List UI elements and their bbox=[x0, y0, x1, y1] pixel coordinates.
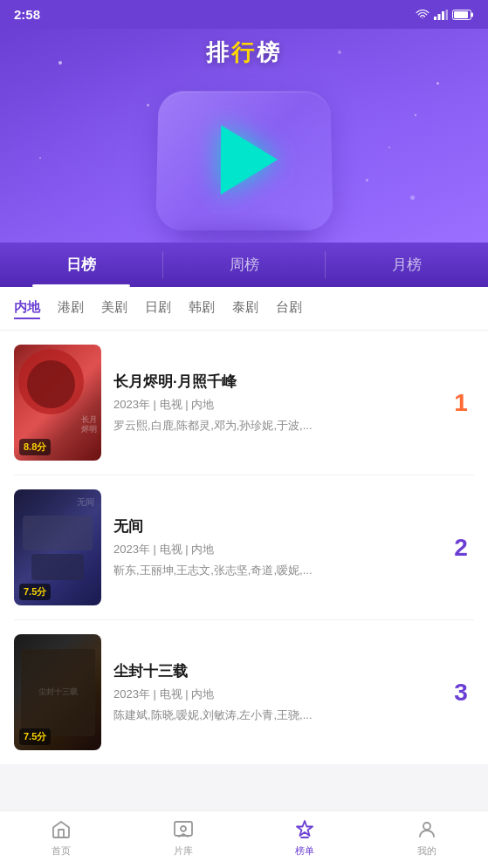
movie-meta-1: 2023年 | 电视 | 内地 bbox=[113, 397, 436, 413]
svg-rect-6 bbox=[454, 11, 468, 18]
cat-kr[interactable]: 韩剧 bbox=[189, 297, 215, 319]
library-icon bbox=[172, 818, 195, 841]
svg-rect-1 bbox=[438, 14, 441, 20]
tab-daily[interactable]: 日榜 bbox=[0, 243, 162, 287]
svg-rect-3 bbox=[446, 10, 449, 20]
movie-poster-2: 无间 7.5分 bbox=[14, 489, 101, 605]
movie-list: 长月烬明 8.8分 长月烬明·月照千峰 2023年 | 电视 | 内地 罗云熙,… bbox=[0, 331, 488, 764]
tab-monthly[interactable]: 月榜 bbox=[326, 243, 488, 287]
wifi-icon bbox=[416, 10, 430, 20]
hero-box bbox=[155, 92, 333, 230]
nav-profile-label: 我的 bbox=[417, 844, 436, 858]
svg-rect-0 bbox=[434, 17, 436, 20]
hero-container bbox=[0, 68, 488, 243]
movie-poster-3: 尘封十三载 7.5分 bbox=[14, 634, 101, 750]
poster-score-1: 8.8分 bbox=[19, 439, 51, 455]
content-area: 内地 港剧 美剧 日剧 韩剧 泰剧 台剧 长月烬明 8.8分 长月烬明·月照千峰… bbox=[0, 287, 488, 810]
status-time: 2:58 bbox=[14, 7, 40, 22]
rank-number-2: 2 bbox=[448, 534, 474, 562]
movie-cast-3: 陈建斌,陈晓,嗳妮,刘敏涛,左小青,王骁,... bbox=[113, 707, 436, 723]
svg-point-9 bbox=[423, 823, 430, 830]
movie-info-3: 尘封十三载 2023年 | 电视 | 内地 陈建斌,陈晓,嗳妮,刘敏涛,左小青,… bbox=[113, 661, 436, 723]
cat-us[interactable]: 美剧 bbox=[101, 297, 127, 319]
cat-mainland[interactable]: 内地 bbox=[14, 297, 40, 319]
home-icon bbox=[50, 818, 72, 841]
profile-icon bbox=[416, 818, 438, 841]
movie-meta-2: 2023年 | 电视 | 内地 bbox=[113, 542, 436, 557]
rank-number-1: 1 bbox=[448, 389, 474, 417]
movie-info-2: 无间 2023年 | 电视 | 内地 靳东,王丽坤,王志文,张志坚,奇道,嗳妮,… bbox=[113, 516, 436, 578]
movie-info-1: 长月烬明·月照千峰 2023年 | 电视 | 内地 罗云熙,白鹿,陈都灵,邓为,… bbox=[113, 372, 436, 434]
movie-item-1[interactable]: 长月烬明 8.8分 长月烬明·月照千峰 2023年 | 电视 | 内地 罗云熙,… bbox=[14, 331, 474, 475]
nav-home[interactable]: 首页 bbox=[0, 818, 122, 858]
movie-cast-2: 靳东,王丽坤,王志文,张志坚,奇道,嗳妮,... bbox=[113, 563, 436, 578]
page-title: 排行榜 bbox=[206, 39, 282, 65]
movie-title-3: 尘封十三载 bbox=[113, 661, 436, 681]
nav-library[interactable]: 片库 bbox=[122, 818, 244, 858]
cat-tw[interactable]: 台剧 bbox=[276, 297, 302, 319]
play-icon bbox=[220, 125, 278, 195]
svg-rect-5 bbox=[471, 12, 473, 17]
cat-jp[interactable]: 日剧 bbox=[145, 297, 171, 319]
nav-profile[interactable]: 我的 bbox=[366, 818, 488, 858]
rank-number-3: 3 bbox=[448, 679, 474, 707]
movie-cast-1: 罗云熙,白鹿,陈都灵,邓为,孙珍妮,于波,... bbox=[113, 418, 436, 434]
signal-icon bbox=[434, 10, 448, 20]
nav-ranking[interactable]: 榜单 bbox=[244, 818, 367, 858]
nav-ranking-label: 榜单 bbox=[295, 844, 314, 858]
header-area: 排行榜 bbox=[0, 29, 488, 243]
movie-title-2: 无间 bbox=[113, 516, 436, 537]
cat-th[interactable]: 泰剧 bbox=[232, 297, 258, 319]
poster-score-3: 7.5分 bbox=[19, 728, 51, 745]
tabs-bar: 日榜 周榜 月榜 bbox=[0, 243, 488, 287]
page-title-container: 排行榜 bbox=[0, 29, 488, 68]
nav-library-label: 片库 bbox=[174, 844, 193, 858]
ranking-icon bbox=[293, 818, 316, 841]
nav-home-label: 首页 bbox=[52, 844, 71, 858]
poster-score-2: 7.5分 bbox=[19, 584, 51, 600]
status-bar: 2:58 bbox=[0, 0, 488, 29]
status-icons bbox=[416, 10, 474, 20]
battery-icon bbox=[452, 10, 474, 20]
movie-item-3[interactable]: 尘封十三载 7.5分 尘封十三载 2023年 | 电视 | 内地 陈建斌,陈晓,… bbox=[14, 620, 474, 764]
movie-title-1: 长月烬明·月照千峰 bbox=[113, 372, 436, 392]
bottom-nav: 首页 片库 榜单 我的 bbox=[0, 810, 488, 868]
movie-item-2[interactable]: 无间 7.5分 无间 2023年 | 电视 | 内地 靳东,王丽坤,王志文,张志… bbox=[14, 475, 474, 620]
movie-poster-1: 长月烬明 8.8分 bbox=[14, 345, 101, 461]
movie-meta-3: 2023年 | 电视 | 内地 bbox=[113, 687, 436, 702]
category-bar: 内地 港剧 美剧 日剧 韩剧 泰剧 台剧 bbox=[0, 287, 488, 331]
cat-hk[interactable]: 港剧 bbox=[58, 297, 84, 319]
svg-rect-2 bbox=[442, 11, 444, 20]
tab-weekly[interactable]: 周榜 bbox=[163, 243, 326, 287]
